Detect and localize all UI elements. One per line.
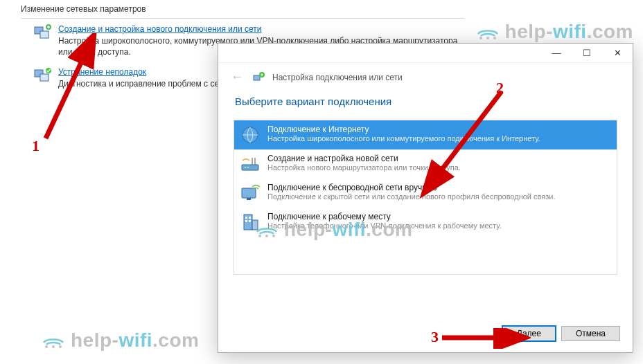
wifi-logo-icon (476, 24, 500, 40)
watermark-bottom: help-wifi.com (42, 329, 199, 352)
network-wizard-icon (253, 71, 265, 84)
svg-point-27 (265, 235, 268, 237)
dialog-button-row: Далее Отмена (502, 326, 620, 341)
new-connection-icon (33, 24, 53, 39)
svg-point-26 (258, 235, 261, 237)
annotation-2: 2 (496, 79, 504, 97)
option-desc: Настройка широкополосного или коммутируе… (267, 134, 540, 143)
option-title: Подключение к беспроводной сети вручную (267, 183, 555, 192)
svg-rect-16 (249, 217, 251, 219)
annotation-3: 3 (431, 328, 439, 346)
minimize-button[interactable]: — (541, 44, 572, 62)
svg-rect-6 (254, 75, 260, 80)
maximize-button[interactable]: ☐ (572, 44, 602, 62)
svg-point-11 (247, 167, 249, 169)
svg-point-29 (45, 345, 48, 348)
option-desc: Настройка нового маршрутизатора или точк… (267, 163, 461, 172)
svg-point-30 (52, 345, 55, 348)
watermark-top: help-wifi.com (476, 21, 633, 43)
connection-options-list: Подключение к Интернету Настройка широко… (234, 120, 617, 275)
router-icon (240, 154, 261, 174)
titlebar: — ☐ ✕ (218, 44, 633, 63)
option-desc: Подключение к скрытой сети или создание … (267, 192, 555, 201)
cancel-button[interactable]: Отмена (561, 326, 620, 341)
svg-rect-12 (242, 188, 256, 198)
svg-point-31 (59, 345, 62, 348)
svg-rect-14 (244, 215, 252, 230)
watermark-mid: help-wifi.com (255, 219, 412, 241)
option-title: Создание и настройка новой сети (267, 154, 461, 163)
troubleshoot-icon (33, 67, 53, 82)
close-button[interactable]: ✕ (602, 44, 633, 62)
svg-rect-13 (247, 198, 251, 200)
link-new-connection[interactable]: Создание и настройка нового подключения … (58, 24, 464, 34)
svg-rect-4 (40, 74, 49, 81)
option-title: Подключение к Интернету (267, 125, 540, 134)
option-internet[interactable]: Подключение к Интернету Настройка широко… (234, 120, 617, 149)
monitor-wifi-icon (240, 183, 261, 203)
option-new-network[interactable]: Создание и настройка новой сети Настройк… (234, 149, 617, 179)
option-manual-wifi[interactable]: Подключение к беспроводной сети вручную … (234, 179, 617, 208)
svg-rect-17 (245, 220, 247, 222)
dialog-title: Выберите вариант подключения (218, 89, 633, 120)
svg-point-5 (46, 68, 51, 73)
svg-point-10 (245, 167, 247, 169)
annotation-1: 1 (32, 137, 39, 155)
globe-icon (240, 125, 261, 145)
back-icon[interactable]: ← (231, 70, 246, 84)
next-button[interactable]: Далее (502, 326, 556, 341)
svg-point-25 (493, 37, 496, 39)
svg-point-28 (272, 235, 275, 237)
breadcrumb: Настройка подключения или сети (272, 73, 403, 82)
svg-rect-9 (242, 165, 258, 170)
wifi-logo-icon (42, 332, 65, 349)
dialog-header: ← Настройка подключения или сети (218, 63, 633, 89)
svg-point-24 (486, 37, 489, 39)
wizard-dialog: — ☐ ✕ ← Настройка подключения или сети В… (218, 43, 633, 353)
section-heading: Изменение сетевых параметров (21, 0, 464, 19)
svg-rect-15 (245, 217, 247, 219)
wifi-logo-icon (255, 221, 279, 238)
svg-rect-18 (249, 220, 251, 222)
svg-point-23 (479, 37, 482, 39)
svg-rect-1 (40, 31, 49, 38)
